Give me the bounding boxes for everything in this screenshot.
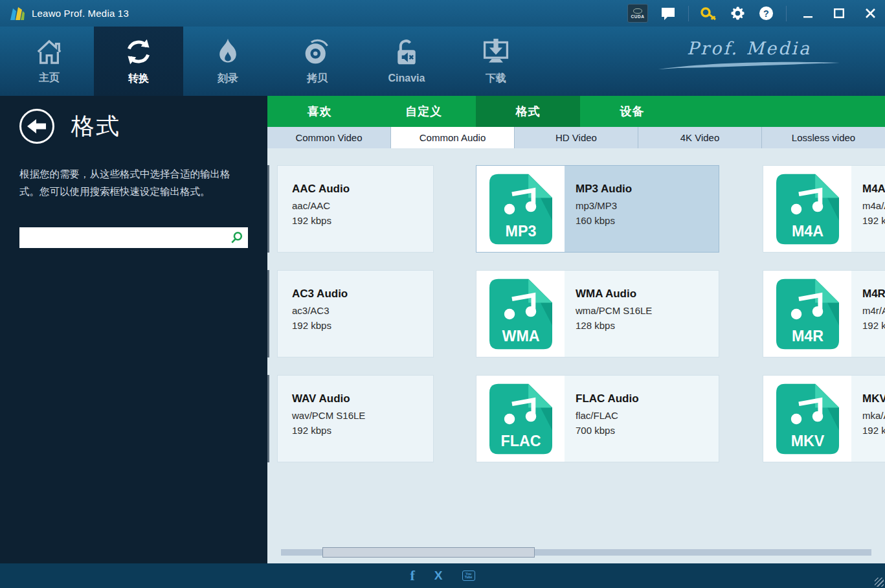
home-icon (34, 38, 64, 65)
nav-copy[interactable]: 拷贝 (273, 27, 362, 96)
format-card-ac3[interactable]: AC3 Audio ac3/AC3 192 kbps (277, 270, 434, 357)
scrolled-card-edge (267, 270, 269, 357)
horizontal-scrollbar-thumb[interactable] (322, 547, 535, 558)
tab-format[interactable]: 格式 (476, 96, 580, 127)
content-panel: 喜欢 自定义 格式 设备 Common Video Common Audio H… (267, 96, 885, 563)
brand-underline-swoosh (652, 60, 846, 71)
maximize-button[interactable] (829, 5, 849, 22)
format-card-wma[interactable]: WMA WMA Audio wma/PCM S16LE 128 kbps (476, 270, 719, 357)
svg-text:M4R: M4R (791, 327, 823, 344)
close-button[interactable] (860, 5, 880, 22)
nav-burn[interactable]: 刻录 (183, 27, 273, 96)
search-button[interactable] (226, 227, 248, 248)
category-tabs: 喜欢 自定义 格式 设备 (267, 96, 885, 127)
svg-text:WMA: WMA (502, 327, 539, 344)
wma-file-icon: WMA (489, 278, 552, 350)
nvidia-eye-icon (633, 8, 642, 14)
cuda-badge[interactable]: CUDA (627, 4, 648, 23)
format-card-m4r[interactable]: M4R M4R m4r/A 192 k (763, 270, 885, 357)
leawo-logo-icon (9, 6, 26, 21)
svg-text:MP3: MP3 (505, 222, 536, 239)
titlebar: Leawo Prof. Media 13 CUDA (0, 0, 885, 27)
titlebar-separator (688, 6, 689, 21)
search-icon (230, 231, 243, 244)
burn-icon (214, 38, 242, 66)
app-window: Leawo Prof. Media 13 CUDA (0, 0, 885, 588)
sidebar-title: 格式 (71, 111, 120, 142)
m4a-file-icon: M4A (776, 174, 839, 245)
window-title: Leawo Prof. Media 13 (32, 8, 129, 19)
youtube-icon[interactable]: You Tube (462, 571, 475, 581)
brand-logo: Prof. Media (652, 38, 846, 71)
main-navigation: 主页 转换 刻录 (0, 27, 885, 96)
search-input[interactable] (19, 227, 226, 248)
titlebar-separator (786, 6, 787, 21)
format-card-aac[interactable]: AAC Audio aac/AAC 192 kbps (277, 165, 434, 253)
format-subtabs: Common Video Common Audio HD Video 4K Vi… (267, 127, 885, 148)
nav-cinavia[interactable]: Cinavia (362, 27, 451, 96)
back-arrow-icon (27, 118, 47, 135)
sidebar-description: 根据您的需要，从这些格式中选择合适的输出格式。您可以使用搜索框快速设定输出格式。 (19, 166, 248, 200)
brand-script-text: Prof. Media (687, 38, 811, 58)
tab-device[interactable]: 设备 (580, 96, 684, 127)
download-icon (481, 38, 511, 66)
nav-download[interactable]: 下载 (451, 27, 541, 96)
cinavia-lock-icon (392, 38, 421, 67)
format-card-wav[interactable]: WAV Audio wav/PCM S16LE 192 kbps (277, 375, 434, 462)
scrolled-card-edge (267, 165, 269, 253)
convert-icon (124, 38, 153, 66)
nav-home[interactable]: 主页 (5, 27, 94, 96)
svg-text:M4A: M4A (791, 222, 823, 239)
format-search (19, 227, 248, 248)
scrolled-card-edge (267, 375, 269, 462)
nav-convert[interactable]: 转换 (94, 27, 183, 96)
subtab-lossless-video[interactable]: Lossless video (762, 127, 885, 148)
subtab-common-video[interactable]: Common Video (267, 127, 391, 148)
m4r-file-icon: M4R (776, 278, 839, 350)
flac-file-icon: FLAC (489, 383, 552, 455)
back-button[interactable] (19, 109, 54, 144)
subtab-common-audio[interactable]: Common Audio (391, 127, 515, 148)
register-key-icon[interactable] (700, 5, 717, 22)
format-card-grid: AAC Audio aac/AAC 192 kbps MP3 (267, 148, 885, 563)
format-card-mp3[interactable]: MP3 MP3 Audio mp3/MP3 160 kbps (476, 165, 719, 253)
minimize-button[interactable] (798, 5, 818, 22)
sidebar: 格式 根据您的需要，从这些格式中选择合适的输出格式。您可以使用搜索框快速设定输出… (0, 96, 267, 563)
tab-custom[interactable]: 自定义 (372, 96, 476, 127)
mkv-file-icon: MKV (776, 383, 839, 455)
help-icon[interactable]: ? (757, 5, 774, 22)
format-card-flac[interactable]: FLAC FLAC Audio flac/FLAC 700 kbps (476, 375, 719, 462)
svg-text:?: ? (763, 8, 769, 19)
settings-gear-icon[interactable] (729, 5, 746, 22)
facebook-icon[interactable]: f (410, 567, 414, 584)
copy-disc-icon (302, 38, 332, 66)
window-resize-grip[interactable] (875, 578, 884, 587)
x-twitter-icon[interactable]: X (434, 569, 443, 583)
svg-text:MKV: MKV (790, 432, 824, 449)
format-card-mkv[interactable]: MKV MKV mka/A 192 k (763, 375, 885, 462)
format-card-m4a[interactable]: M4A M4A m4a/A 192 k (763, 165, 885, 253)
subtab-4k-video[interactable]: 4K Video (638, 127, 762, 148)
footer: f X You Tube (0, 563, 885, 588)
subtab-hd-video[interactable]: HD Video (515, 127, 638, 148)
svg-text:FLAC: FLAC (500, 432, 541, 449)
tab-favorites[interactable]: 喜欢 (267, 96, 372, 127)
feedback-message-icon[interactable] (660, 5, 677, 22)
mp3-file-icon: MP3 (489, 174, 552, 245)
